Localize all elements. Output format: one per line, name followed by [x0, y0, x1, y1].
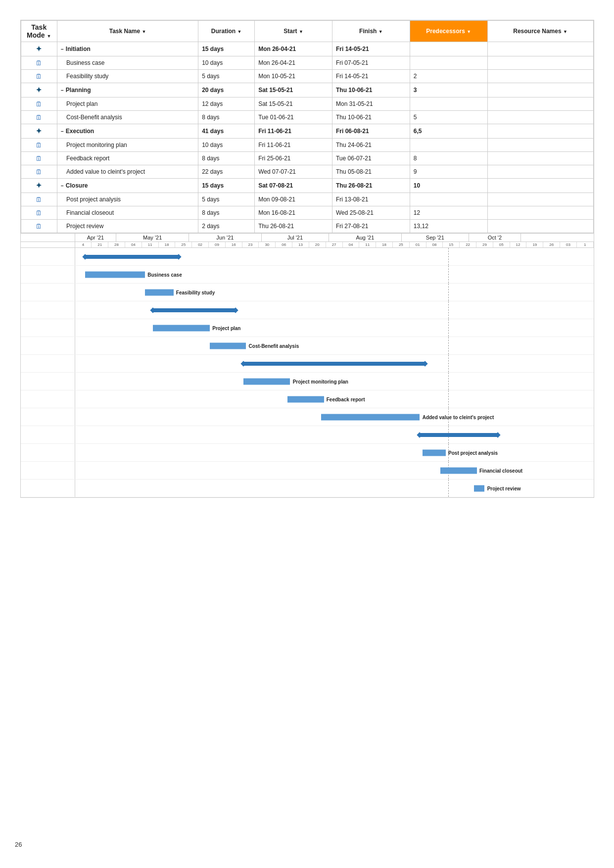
gantt-row-label: [21, 444, 75, 461]
duration-9: 8 days: [202, 155, 219, 162]
task-name-6: Cost-Benefit analysis: [66, 114, 122, 121]
gantt-vline: [448, 373, 449, 390]
header-task-mode[interactable]: TaskMode ▼: [21, 21, 57, 42]
duration-cell-10: 22 days: [198, 165, 255, 179]
gantt-vline: [448, 319, 449, 337]
dropdown-icon[interactable]: ▼: [47, 34, 51, 39]
gantt-bar-area: [75, 355, 594, 372]
dropdown-icon7[interactable]: ▼: [563, 29, 567, 34]
start-3: Mon 10-05-21: [258, 73, 295, 80]
predecessors-7: 6,5: [414, 128, 422, 135]
duration-14: 2 days: [202, 223, 219, 230]
resource-cell-6: [487, 111, 593, 124]
gantt-header-spacer: [21, 234, 75, 241]
predecessors-cell-5: [410, 97, 487, 111]
task-mode-cell-8: 🗓: [21, 139, 57, 152]
gantt-bar-area: Feasibility study: [75, 284, 594, 301]
gantt-vline: [448, 355, 449, 372]
dropdown-icon6[interactable]: ▼: [467, 29, 471, 34]
gantt-bar-area: [75, 301, 594, 319]
day-label: 11: [359, 242, 376, 247]
day-label: 16: [226, 242, 242, 247]
task-mode-cell-12: 🗓: [21, 193, 57, 206]
dropdown-icon4[interactable]: ▼: [299, 29, 303, 34]
finish-cell-11: Thu 26-08-21: [332, 179, 410, 193]
dropdown-icon3[interactable]: ▼: [237, 29, 242, 34]
header-task-mode-label: TaskMode: [27, 23, 47, 39]
day-label: 04: [125, 242, 142, 247]
gantt-vline: [448, 266, 449, 283]
gantt-row-label: [21, 355, 75, 372]
start-11: Sat 07-08-21: [258, 182, 293, 189]
resource-cell-3: [487, 70, 593, 83]
predecessors-cell-14: 13,12: [410, 220, 487, 233]
gantt-row: Post project analysis: [21, 444, 594, 462]
duration-cell-13: 8 days: [198, 206, 255, 220]
manual-task-icon: 🗓: [36, 209, 42, 217]
day-label: 08: [426, 242, 443, 247]
task-name-5: Project plan: [66, 100, 97, 107]
task-name-4: Planning: [66, 87, 91, 94]
month-label: Jul '21: [262, 234, 329, 241]
manual-task-icon: 🗓: [36, 59, 42, 67]
day-label: 23: [242, 242, 259, 247]
gantt-day-spacer: [21, 242, 75, 247]
header-duration[interactable]: Duration ▼: [198, 21, 255, 42]
gantt-row: [21, 426, 594, 444]
day-label: 1: [577, 242, 594, 247]
resource-cell-1: [487, 42, 593, 56]
gantt-row-label: [21, 248, 75, 265]
predecessors-10: 9: [414, 168, 417, 175]
finish-cell-5: Mon 31-05-21: [332, 97, 410, 111]
predecessors-cell-6: 5: [410, 111, 487, 124]
finish-7: Fri 06-08-21: [336, 128, 369, 135]
gantt-bar: [145, 289, 174, 295]
task-name-8: Project monitoring plan: [66, 142, 127, 148]
task-mode-cell-10: 🗓: [21, 165, 57, 179]
gantt-row-label: [21, 462, 75, 479]
finish-cell-3: Fri 14-05-21: [332, 70, 410, 83]
gantt-bar: [153, 325, 210, 331]
gantt-vline: [448, 337, 449, 354]
task-name-11: Closure: [66, 182, 88, 189]
gantt-row-label: [21, 337, 75, 354]
summary-task-icon: ✦: [36, 86, 42, 94]
gantt-row-label: [21, 301, 75, 319]
month-label: Aug '21: [329, 234, 402, 241]
manual-task-icon: 🗓: [36, 223, 42, 230]
gantt-bar: [420, 433, 497, 437]
gantt-row: Project monitoring plan: [21, 373, 594, 390]
finish-cell-14: Fri 27-08-21: [332, 220, 410, 233]
dropdown-icon2[interactable]: ▼: [142, 29, 146, 34]
header-start[interactable]: Start ▼: [255, 21, 332, 42]
task-name-12: Post project analysis: [66, 196, 121, 203]
resource-cell-13: [487, 206, 593, 220]
day-label: 21: [92, 242, 108, 247]
start-cell-8: Fri 11-06-21: [255, 139, 332, 152]
day-label: 15: [443, 242, 460, 247]
finish-2: Fri 07-05-21: [336, 59, 368, 66]
finish-11: Thu 26-08-21: [336, 182, 372, 189]
predecessors-cell-13: 12: [410, 206, 487, 220]
task-name-cell-13: Financial closeout: [57, 206, 198, 220]
header-finish[interactable]: Finish ▼: [332, 21, 410, 42]
gantt-bar: [440, 467, 476, 474]
gantt-bar-area: [75, 426, 594, 443]
dropdown-icon5[interactable]: ▼: [378, 29, 383, 34]
task-name-cell-1: −Initiation: [57, 42, 198, 56]
start-1: Mon 26-04-21: [258, 46, 296, 52]
finish-10: Thu 05-08-21: [336, 168, 372, 175]
header-task-name[interactable]: Task Name ▼: [57, 21, 198, 42]
manual-task-icon: 🗓: [36, 155, 42, 162]
gantt-bar-area: Project monitoring plan: [75, 373, 594, 390]
gantt-bar-area: Business case: [75, 266, 594, 283]
gantt-vline: [448, 480, 449, 497]
month-label: Sep '21: [402, 234, 469, 241]
header-resource-names[interactable]: Resource Names ▼: [487, 21, 593, 42]
header-predecessors[interactable]: Predecessors ▼: [410, 21, 487, 42]
header-task-name-label: Task Name: [109, 28, 140, 35]
task-name-cell-10: Added value to cleint's project: [57, 165, 198, 179]
task-mode-cell-2: 🗓: [21, 56, 57, 70]
gantt-row: Cost-Benefit analysis: [21, 337, 594, 355]
resource-cell-5: [487, 97, 593, 111]
